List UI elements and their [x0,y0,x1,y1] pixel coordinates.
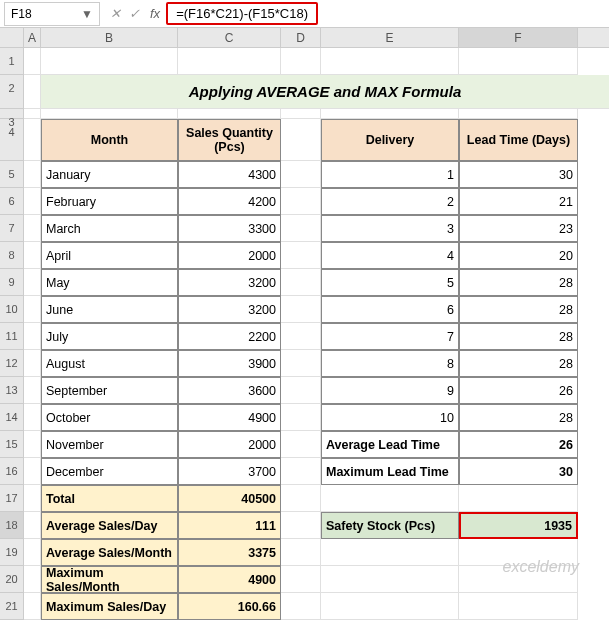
formula-input[interactable]: =(F16*C21)-(F15*C18) [166,2,318,25]
cell[interactable] [281,566,321,593]
row-16[interactable]: 16 [0,458,23,485]
row-15[interactable]: 15 [0,431,23,458]
cell[interactable]: December [41,458,178,485]
cell[interactable]: 30 [459,458,578,485]
name-box[interactable]: F18 ▼ [4,2,100,26]
cell[interactable] [24,48,41,75]
cell[interactable]: January [41,161,178,188]
cell[interactable] [281,215,321,242]
cell[interactable]: 8 [321,350,459,377]
cell[interactable]: April [41,242,178,269]
cell[interactable]: 3300 [178,215,281,242]
cell[interactable] [281,431,321,458]
cell[interactable]: 160.66 [178,593,281,620]
cell[interactable] [459,485,578,512]
cell[interactable]: 5 [321,269,459,296]
cell[interactable]: 26 [459,431,578,458]
cell[interactable]: March [41,215,178,242]
cell[interactable]: 2000 [178,431,281,458]
cell[interactable] [321,48,459,75]
cell[interactable] [24,119,41,161]
cell[interactable]: 9 [321,377,459,404]
row-7[interactable]: 7 [0,215,23,242]
cell[interactable] [24,539,41,566]
cell[interactable] [281,485,321,512]
col-A[interactable]: A [24,28,41,47]
cell[interactable] [281,48,321,75]
cell[interactable]: 4 [321,242,459,269]
cell[interactable]: Average Lead Time [321,431,459,458]
title[interactable]: Applying AVERAGE and MAX Formula [41,75,609,109]
cell[interactable] [281,242,321,269]
row-19[interactable]: 19 [0,539,23,566]
cell[interactable] [281,269,321,296]
cell[interactable]: 3200 [178,269,281,296]
cell[interactable]: 3900 [178,350,281,377]
cell[interactable] [281,350,321,377]
cell[interactable] [321,539,459,566]
row-8[interactable]: 8 [0,242,23,269]
cell[interactable]: November [41,431,178,458]
select-all[interactable] [0,28,24,47]
cell[interactable]: 28 [459,269,578,296]
cell[interactable] [459,539,578,566]
cell[interactable] [321,593,459,620]
cell[interactable]: 2 [321,188,459,215]
row-21[interactable]: 21 [0,593,23,620]
row-1[interactable]: 1 [0,48,23,75]
cell[interactable]: 3200 [178,296,281,323]
cell[interactable] [281,377,321,404]
row-9[interactable]: 9 [0,269,23,296]
cell[interactable] [24,431,41,458]
safety-stock-value[interactable]: 1935 [459,512,578,539]
cell[interactable]: 28 [459,296,578,323]
cell[interactable] [321,109,459,119]
row-12[interactable]: 12 [0,350,23,377]
cell[interactable] [321,566,459,593]
cell[interactable]: July [41,323,178,350]
cell[interactable]: 10 [321,404,459,431]
cell[interactable] [24,188,41,215]
cell[interactable] [24,323,41,350]
cell[interactable] [24,215,41,242]
cell[interactable] [24,75,41,109]
cell[interactable] [24,485,41,512]
cell[interactable]: Average Sales/Month [41,539,178,566]
cell[interactable] [41,109,178,119]
fx-icon[interactable]: fx [150,6,160,21]
cell[interactable] [41,48,178,75]
cell[interactable] [24,566,41,593]
cell[interactable] [281,404,321,431]
col-C[interactable]: C [178,28,281,47]
cell[interactable]: 20 [459,242,578,269]
cell[interactable] [24,350,41,377]
cell[interactable] [24,296,41,323]
cell[interactable]: 4900 [178,566,281,593]
cell[interactable] [24,593,41,620]
cell[interactable] [24,377,41,404]
cell[interactable] [281,296,321,323]
cell[interactable]: 111 [178,512,281,539]
col-D[interactable]: D [281,28,321,47]
cell[interactable]: 6 [321,296,459,323]
cell[interactable] [24,512,41,539]
cell[interactable] [459,48,578,75]
row-11[interactable]: 11 [0,323,23,350]
cell[interactable] [178,109,281,119]
row-4[interactable]: 4 [0,119,23,161]
cell[interactable]: August [41,350,178,377]
cancel-icon[interactable]: ✕ [110,6,121,21]
col-F[interactable]: F [459,28,578,47]
cell[interactable]: October [41,404,178,431]
cell[interactable]: September [41,377,178,404]
cell[interactable] [281,161,321,188]
cell[interactable] [24,269,41,296]
row-14[interactable]: 14 [0,404,23,431]
cell[interactable]: Total [41,485,178,512]
cell[interactable]: 3700 [178,458,281,485]
hdr-del[interactable]: Delivery [321,119,459,161]
dropdown-icon[interactable]: ▼ [81,7,93,21]
cell[interactable] [281,119,321,161]
cell[interactable] [24,161,41,188]
cell[interactable] [24,458,41,485]
